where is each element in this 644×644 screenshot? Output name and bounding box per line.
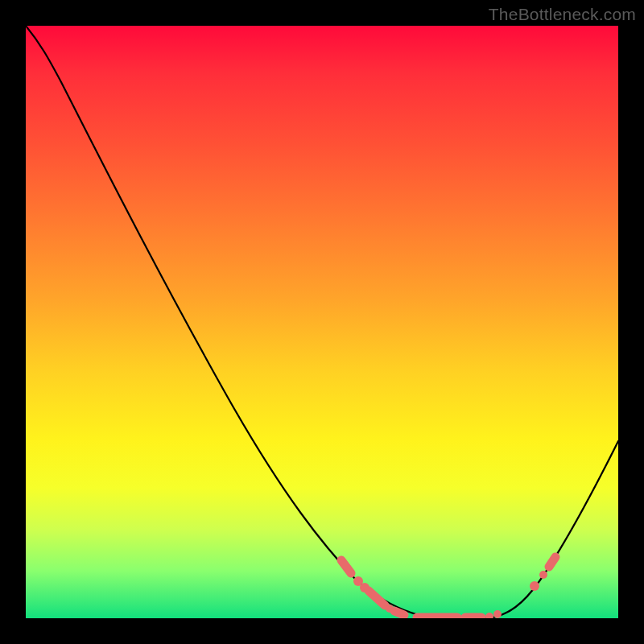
marker-pill — [394, 611, 404, 615]
chart-stage: TheBottleneck.com — [0, 0, 644, 644]
marker-pill — [369, 591, 385, 605]
watermark-text: TheBottleneck.com — [489, 5, 636, 24]
marker-pill — [549, 557, 555, 567]
marker-dot — [539, 571, 547, 579]
marker-dot — [485, 613, 493, 618]
marker-dot — [530, 581, 539, 591]
marker-pill — [341, 560, 351, 573]
penalty-curve — [26, 26, 618, 618]
marker-dot — [493, 610, 502, 618]
plot-area — [26, 26, 618, 618]
curve-svg — [26, 26, 618, 618]
